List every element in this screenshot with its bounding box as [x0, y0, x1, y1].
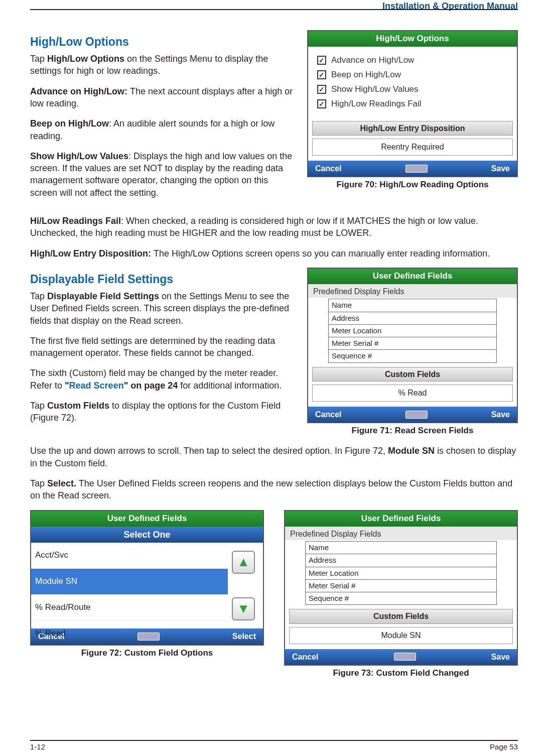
text-bold: High/Low Options	[47, 54, 124, 64]
cross-ref-link[interactable]: Read Screen	[69, 381, 124, 391]
section-high-low-heading: High/Low Options	[30, 34, 295, 50]
select-one-header: Select One	[31, 527, 263, 543]
checkbox-label: Advance on High/Low	[331, 55, 414, 66]
figure-71-screenshot: User Defined Fields Predefined Display F…	[307, 268, 518, 424]
field-row: Name	[306, 542, 496, 554]
text-bold: Hi/Low Readings Fail	[30, 216, 121, 226]
checkbox-label: Beep on High/Low	[331, 69, 401, 81]
save-button[interactable]: Save	[491, 163, 510, 174]
field-list: Name Address Meter Location Meter Serial…	[328, 299, 497, 362]
field-row: Meter Serial #	[329, 337, 496, 350]
select-button[interactable]: Select	[232, 631, 256, 642]
text-bold: Beep on High/Low	[30, 118, 109, 129]
checkbox-row[interactable]: Advance on High/Low	[317, 55, 508, 66]
text: Tap	[30, 401, 47, 411]
text-bold: Show High/Low Values	[30, 151, 128, 161]
save-button[interactable]: Save	[491, 652, 510, 663]
checkbox-icon	[317, 99, 326, 108]
field-row: Address	[306, 554, 496, 567]
text: Tap	[30, 291, 47, 301]
para-readings-fail: Hi/Low Readings Fail: When checked, a re…	[30, 215, 518, 239]
predef-label: Predefined Display Fields	[308, 284, 517, 298]
window-title: User Defined Fields	[31, 511, 263, 527]
text: The High/Low Options screen opens so you…	[154, 248, 490, 259]
text: Use the up and down arrows to scroll. Th…	[30, 446, 388, 456]
field-row: Meter Serial #	[306, 580, 496, 592]
para: The sixth (Custom) field may be changed …	[30, 367, 295, 392]
custom-value[interactable]: Module SN	[289, 627, 513, 644]
cancel-button[interactable]: Cancel	[292, 652, 318, 663]
checkbox-row[interactable]: Beep on High/Low	[317, 69, 508, 81]
para-show-values: Show High/Low Values: Displays the high …	[30, 150, 295, 199]
top-rule	[30, 9, 518, 10]
checkbox-icon	[317, 70, 326, 79]
field-row: Meter Location	[329, 325, 496, 337]
custom-value[interactable]: % Read	[312, 385, 513, 402]
list-item[interactable]: Acct/Svc	[31, 543, 228, 569]
para: Tap Select. The User Defined Fields scre…	[30, 477, 518, 502]
option-button[interactable]: Reentry Required	[312, 139, 513, 156]
figure-72-caption: Figure 72: Custom Field Options	[30, 648, 264, 659]
text: "	[65, 381, 69, 391]
para-beep: Beep on High/Low: An audible alert sound…	[30, 117, 295, 142]
window-title: High/Low Options	[308, 31, 517, 47]
custom-fields-header[interactable]: Custom Fields	[289, 609, 513, 624]
custom-fields-header[interactable]: Custom Fields	[312, 367, 513, 382]
footer-left: 1-12	[30, 742, 45, 752]
field-row: Meter Location	[306, 567, 496, 580]
field-row: Sequence #	[329, 350, 496, 362]
bottom-rule	[30, 740, 518, 741]
section-displayable-heading: Displayable Field Settings	[30, 272, 295, 287]
options-list: Acct/Svc Module SN % Read/Route % Read	[31, 543, 228, 628]
field-row: Name	[329, 299, 496, 312]
save-button[interactable]: Save	[491, 409, 510, 420]
checkbox-label: High/Low Readings Fail	[331, 98, 422, 110]
text: Tap	[30, 478, 47, 488]
para-advance: Advance on High/Low: The next account di…	[30, 85, 295, 110]
cancel-button[interactable]: Cancel	[315, 409, 341, 420]
list-item[interactable]: % Read/Route	[31, 595, 228, 621]
checkbox-row[interactable]: Show High/Low Values	[317, 84, 508, 95]
text-bold: Select.	[47, 478, 76, 488]
figure-73-screenshot: User Defined Fields Predefined Display F…	[284, 510, 518, 666]
arrow-up-button[interactable]: ▲	[232, 551, 255, 574]
footer-right: Page 53	[490, 742, 518, 752]
figure-73-caption: Figure 73: Custom Field Changed	[284, 668, 518, 679]
text-bold: Module SN	[388, 446, 435, 456]
keyboard-icon[interactable]	[405, 411, 428, 419]
text: " on page 24	[124, 381, 178, 391]
subheader: High/Low Entry Disposition	[312, 121, 513, 136]
field-row: Sequence #	[306, 592, 496, 604]
field-row: Address	[329, 312, 496, 325]
para-intro: Tap High/Low Options on the Settings Men…	[30, 53, 295, 77]
window-title: User Defined Fields	[308, 269, 517, 284]
keyboard-icon[interactable]	[405, 165, 428, 173]
list-item-selected[interactable]: Module SN	[31, 569, 228, 595]
cancel-button[interactable]: Cancel	[315, 163, 341, 174]
text-bold: High/Low Entry Disposition:	[30, 248, 154, 259]
predef-label: Predefined Display Fields	[285, 527, 517, 541]
checkbox-label: Show High/Low Values	[331, 84, 419, 95]
text-bold: Advance on High/Low:	[30, 86, 130, 96]
text: Tap	[30, 54, 47, 64]
checkbox-icon	[317, 85, 326, 94]
keyboard-icon[interactable]	[394, 653, 416, 661]
doc-header: Installation & Operation Manual	[382, 0, 518, 12]
checkbox-row[interactable]: High/Low Readings Fail	[317, 98, 508, 110]
figure-70-caption: Figure 70: High/Low Reading Options	[307, 179, 518, 191]
field-list: Name Address Meter Location Meter Serial…	[305, 541, 497, 605]
para: Use the up and down arrows to scroll. Th…	[30, 445, 518, 469]
para: Tap Displayable Field Settings on the Se…	[30, 290, 295, 327]
figure-71-caption: Figure 71: Read Screen Fields	[307, 425, 518, 437]
checkbox-icon	[317, 56, 326, 65]
text: for additional information.	[178, 381, 282, 391]
figure-70-screenshot: High/Low Options Advance on High/Low Bee…	[307, 30, 518, 177]
para: The first five field settings are determ…	[30, 335, 295, 359]
text: The User Defined Fields screen reopens a…	[30, 478, 512, 500]
window-title: User Defined Fields	[285, 511, 517, 527]
list-item[interactable]: % Read	[31, 621, 228, 647]
para-entry-disposition: High/Low Entry Disposition: The High/Low…	[30, 247, 518, 260]
text-bold: Custom Fields	[47, 401, 109, 411]
para: Tap Custom Fields to display the options…	[30, 400, 295, 424]
arrow-down-button[interactable]: ▼	[232, 597, 255, 620]
